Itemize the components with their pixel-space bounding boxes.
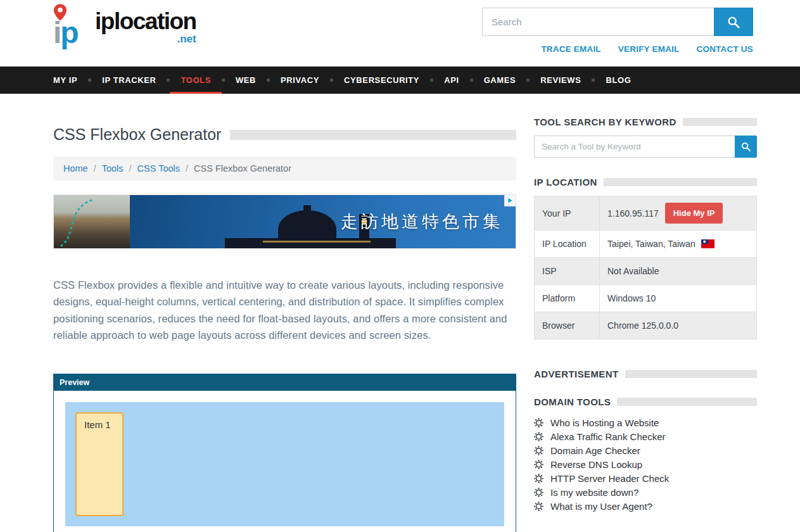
- ad-decorative-curve: [55, 195, 131, 249]
- logo-name: iplocation: [95, 10, 196, 33]
- domain-tool-domain-age[interactable]: Domain Age Checker: [534, 443, 757, 457]
- domain-tool-hosting[interactable]: Who is Hosting a Website: [534, 415, 757, 429]
- table-row: Your IP 1.160.95.117 Hide My IP: [535, 196, 757, 231]
- isp-value: Not Available: [600, 258, 757, 285]
- tool-search-heading: TOOL SEARCH BY KEYWORD: [534, 117, 757, 127]
- ad-creative: 走訪地道特色市集: [130, 195, 516, 248]
- adchoices-icon[interactable]: [504, 195, 516, 206]
- ip-info-table: Your IP 1.160.95.117 Hide My IP IP Locat…: [534, 196, 757, 339]
- platform-value: Windows 10: [600, 285, 757, 312]
- contact-us-link[interactable]: CONTACT US: [697, 44, 754, 54]
- gear-icon: [534, 474, 543, 483]
- table-row: Platform Windows 10: [535, 285, 757, 312]
- header-right: TRACE EMAIL VERIFY EMAIL CONTACT US: [482, 8, 753, 54]
- logo-mark-letters: ip: [53, 18, 78, 48]
- table-row: ISP Not Available: [535, 258, 757, 285]
- nav-item-cybersecurity[interactable]: CYBERSECURITY: [333, 66, 430, 94]
- ip-row-label: IP Location: [535, 231, 600, 258]
- tool-search-button[interactable]: [735, 136, 757, 158]
- heading-decoration-bar: [604, 178, 757, 186]
- ip-row-label: Browser: [535, 312, 600, 339]
- ip-location-heading: IP LOCATION: [534, 177, 757, 187]
- logo-text: iplocation .net: [95, 10, 196, 46]
- top-header: ip iplocation .net TRACE EMAIL VERIFY EM…: [0, 0, 800, 66]
- domain-tool-user-agent[interactable]: What is my User Agent?: [534, 499, 757, 513]
- nav-item-web[interactable]: WEB: [225, 66, 267, 94]
- nav-item-my-ip[interactable]: MY IP: [42, 66, 88, 94]
- heading-decoration-bar: [617, 398, 757, 406]
- heading-decoration-bar: [625, 370, 757, 378]
- breadcrumb-css-tools[interactable]: CSS Tools: [137, 163, 180, 174]
- browser-value: Chrome 125.0.0.0: [600, 312, 757, 339]
- page-title: CSS Flexbox Generator: [53, 125, 221, 144]
- ip-row-label: ISP: [535, 258, 600, 285]
- nav-item-api[interactable]: API: [433, 66, 469, 94]
- taiwan-flag-icon: [701, 239, 714, 248]
- ip-location-value: Taipei, Taiwan, Taiwan: [607, 239, 695, 249]
- gear-icon: [534, 502, 543, 511]
- heading-decoration-bar: [683, 118, 757, 126]
- breadcrumb-tools[interactable]: Tools: [102, 163, 124, 174]
- search-icon: [727, 15, 740, 29]
- table-row: Browser Chrome 125.0.0.0: [535, 312, 757, 339]
- ip-row-label: Platform: [535, 285, 600, 312]
- nav-item-blog[interactable]: BLOG: [595, 66, 642, 94]
- title-decoration-bar: [230, 130, 516, 140]
- nav-item-tools[interactable]: TOOLS: [170, 66, 222, 94]
- tool-search-input[interactable]: [534, 136, 735, 158]
- breadcrumb-home[interactable]: Home: [63, 163, 88, 174]
- tool-description: CSS Flexbox provides a flexible and intu…: [53, 277, 516, 344]
- breadcrumb-current: CSS Flexbox Generator: [194, 163, 291, 174]
- nav-item-games[interactable]: GAMES: [473, 66, 527, 94]
- advertisement-heading: ADVERTISEMENT: [534, 369, 757, 379]
- hide-my-ip-button[interactable]: Hide My IP: [665, 203, 723, 224]
- gear-icon: [534, 418, 543, 428]
- domain-tools-heading: DOMAIN TOOLS: [534, 396, 757, 407]
- site-search-button[interactable]: [714, 8, 753, 36]
- main-nav: MY IP IP TRACKER TOOLS WEB PRIVACY CYBER…: [0, 66, 800, 94]
- preview-panel: Preview Item 1: [53, 374, 516, 532]
- site-search-input[interactable]: [482, 8, 714, 36]
- logo-tld: .net: [177, 34, 196, 44]
- preview-header: Preview: [54, 374, 516, 391]
- your-ip-value: 1.160.95.117: [607, 208, 659, 218]
- gear-icon: [534, 460, 543, 469]
- search-icon: [740, 141, 751, 152]
- flex-preview-container: Item 1: [65, 402, 504, 526]
- gear-icon: [534, 446, 543, 455]
- domain-tool-alexa-rank[interactable]: Alexa Traffic Rank Checker: [534, 429, 757, 443]
- sidebar: TOOL SEARCH BY KEYWORD IP LOCATION Your …: [534, 94, 757, 532]
- gear-icon: [534, 432, 543, 441]
- flex-item-1: Item 1: [75, 412, 124, 516]
- logo-mark: ip: [53, 5, 95, 46]
- ad-banner[interactable]: 走訪地道特色市集: [53, 194, 516, 249]
- nav-item-ip-tracker[interactable]: IP TRACKER: [91, 66, 167, 94]
- ip-row-label: Your IP: [535, 196, 600, 231]
- verify-email-link[interactable]: VERIFY EMAIL: [618, 44, 680, 54]
- domain-tool-http-header[interactable]: HTTP Server Header Check: [534, 471, 757, 485]
- domain-tools-list: Who is Hosting a Website Alexa Traffic R…: [534, 415, 757, 513]
- ad-photo: [54, 195, 130, 248]
- trace-email-link[interactable]: TRACE EMAIL: [541, 44, 600, 54]
- site-logo[interactable]: ip iplocation .net: [53, 5, 196, 46]
- site-search: [482, 8, 753, 36]
- page-content: CSS Flexbox Generator Home / Tools / CSS…: [0, 94, 800, 532]
- breadcrumb: Home / Tools / CSS Tools / CSS Flexbox G…: [53, 156, 516, 180]
- breadcrumb-separator: /: [186, 163, 188, 174]
- nav-item-privacy[interactable]: PRIVACY: [270, 66, 330, 94]
- table-row: IP Location Taipei, Taiwan, Taiwan: [535, 231, 757, 258]
- ad-headline: 走訪地道特色市集: [341, 210, 503, 233]
- domain-tool-reverse-dns[interactable]: Reverse DNS Lookup: [534, 457, 757, 471]
- nav-item-reviews[interactable]: REVIEWS: [530, 66, 592, 94]
- location-pin-icon: [54, 4, 67, 21]
- domain-tool-website-down[interactable]: Is my website down?: [534, 485, 757, 499]
- main-column: CSS Flexbox Generator Home / Tools / CSS…: [53, 94, 516, 532]
- breadcrumb-separator: /: [129, 163, 132, 174]
- header-links: TRACE EMAIL VERIFY EMAIL CONTACT US: [482, 44, 753, 54]
- breadcrumb-separator: /: [94, 163, 96, 174]
- gear-icon: [534, 488, 543, 497]
- tool-search: [534, 136, 757, 158]
- preview-body: Item 1: [54, 391, 516, 532]
